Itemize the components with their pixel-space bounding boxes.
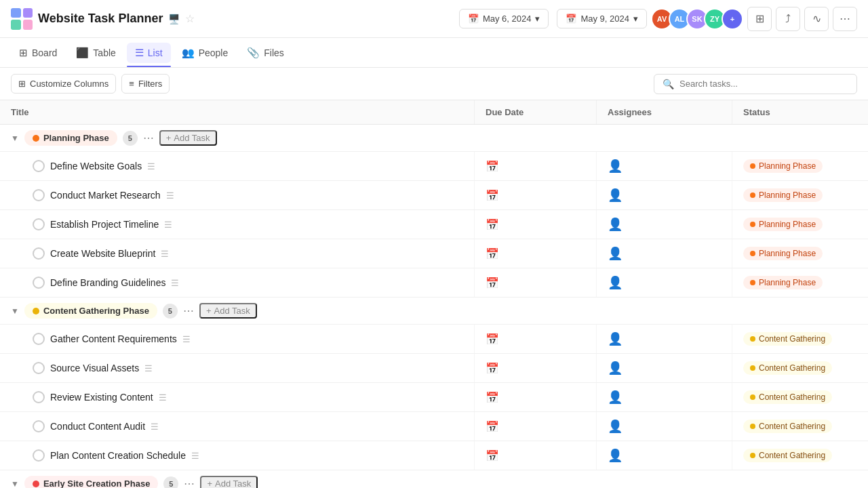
task-title-cell: Define Website Goals ☰ — [0, 152, 475, 180]
planning-more-button[interactable]: ⋯ — [143, 131, 154, 144]
add-task-label-planning: Add Task — [174, 133, 210, 143]
task-date-cell[interactable]: 📅 — [475, 354, 597, 382]
task-date-cell[interactable]: 📅 — [475, 383, 597, 411]
favorite-button[interactable]: ☆ — [185, 12, 195, 25]
customize-label: Customize Columns — [30, 79, 108, 89]
more-options-button[interactable]: ⋯ — [833, 7, 857, 31]
task-checkbox[interactable] — [33, 189, 45, 201]
task-assignee-cell[interactable]: 👤 — [597, 383, 732, 411]
task-assignee-cell[interactable]: 👤 — [597, 268, 732, 297]
tab-board[interactable]: ⊞ Board — [11, 43, 65, 63]
group-arrow-planning[interactable]: ▼ — [11, 134, 19, 143]
task-checkbox[interactable] — [33, 420, 45, 432]
task-date-cell[interactable]: 📅 — [475, 239, 597, 268]
task-date-cell[interactable]: 📅 — [475, 181, 597, 209]
status-badge: Planning Phase — [743, 188, 823, 202]
planning-add-task-button[interactable]: + Add Task — [159, 130, 217, 146]
content-add-task-button[interactable]: + Add Task — [199, 303, 257, 319]
task-status-cell[interactable]: Content Gathering — [732, 325, 868, 353]
assignee-icon: 👤 — [608, 448, 623, 463]
board-icon: ⊞ — [19, 47, 28, 59]
layout-button[interactable]: ⊞ — [747, 7, 772, 31]
task-date-cell[interactable]: 📅 — [475, 325, 597, 353]
search-input[interactable] — [679, 79, 848, 89]
task-doc-icon: ☰ — [151, 422, 159, 432]
search-box[interactable]: 🔍 — [654, 74, 857, 94]
group-content[interactable]: ▼ Content Gathering Phase 5 ⋯ + Add Task — [0, 298, 868, 325]
task-assignee-cell[interactable]: 👤 — [597, 152, 732, 180]
search-icon: 🔍 — [663, 79, 674, 89]
logo-sq2 — [23, 8, 33, 18]
task-checkbox[interactable] — [33, 218, 45, 230]
task-assignee-cell[interactable]: 👤 — [597, 412, 732, 441]
group-arrow-early[interactable]: ▼ — [11, 479, 19, 489]
task-checkbox[interactable] — [33, 277, 45, 289]
nav-tabs: ⊞ Board ⬛ Table ☰ List 👥 People 📎 Files — [0, 38, 868, 68]
task-row: Plan Content Creation Schedule ☰ 📅 👤 Con… — [0, 441, 868, 470]
task-status-cell[interactable]: Planning Phase — [732, 210, 868, 239]
task-checkbox[interactable] — [33, 391, 45, 403]
task-assignee-cell[interactable]: 👤 — [597, 325, 732, 353]
task-assignee-cell[interactable]: 👤 — [597, 239, 732, 268]
customize-columns-button[interactable]: ⊞ Customize Columns — [11, 74, 116, 94]
early-more-button[interactable]: ⋯ — [184, 477, 195, 488]
task-row: Define Branding Guidelines ☰ 📅 👤 Plannin… — [0, 268, 868, 298]
early-add-task-button[interactable]: + Add Task — [200, 476, 258, 488]
task-checkbox[interactable] — [33, 160, 45, 172]
task-doc-icon: ☰ — [182, 334, 191, 344]
col-due-date: Due Date — [475, 100, 597, 124]
assignee-icon: 👤 — [608, 361, 623, 375]
tab-table-label: Table — [93, 47, 115, 58]
task-assignee-cell[interactable]: 👤 — [597, 441, 732, 470]
task-status-cell[interactable]: Content Gathering — [732, 354, 868, 382]
avatar-more[interactable]: + — [722, 8, 743, 30]
tab-files[interactable]: 📎 Files — [239, 43, 292, 63]
assignee-icon: 👤 — [608, 275, 623, 290]
logo-sq4 — [23, 20, 33, 30]
task-status-cell[interactable]: Content Gathering — [732, 412, 868, 441]
task-name: Plan Content Creation Schedule — [50, 450, 186, 461]
task-checkbox[interactable] — [33, 449, 45, 462]
task-title-cell: Conduct Content Audit ☰ — [0, 412, 475, 441]
tab-people[interactable]: 👥 People — [174, 43, 237, 63]
calendar-icon: 📅 — [486, 277, 499, 289]
task-row: Establish Project Timeline ☰ 📅 👤 Plannin… — [0, 210, 868, 239]
content-more-button[interactable]: ⋯ — [183, 304, 194, 317]
task-row: Review Existing Content ☰ 📅 👤 Content Ga… — [0, 383, 868, 412]
filters-button[interactable]: ≡ Filters — [121, 74, 170, 94]
task-status-cell[interactable]: Planning Phase — [732, 152, 868, 180]
tab-list[interactable]: ☰ List — [127, 43, 171, 63]
task-status-cell[interactable]: Content Gathering — [732, 441, 868, 470]
date-start-picker[interactable]: 📅 May 6, 2024 ▾ — [459, 9, 549, 28]
task-title-cell: Review Existing Content ☰ — [0, 383, 475, 411]
task-date-cell[interactable]: 📅 — [475, 268, 597, 297]
table-icon: ⬛ — [76, 47, 89, 59]
task-checkbox[interactable] — [33, 362, 45, 374]
task-date-cell[interactable]: 📅 — [475, 441, 597, 470]
date-end-picker[interactable]: 📅 May 9, 2024 ▾ — [557, 9, 647, 28]
group-arrow-content[interactable]: ▼ — [11, 306, 19, 316]
task-doc-icon: ☰ — [171, 278, 179, 288]
task-date-cell[interactable]: 📅 — [475, 152, 597, 180]
task-assignee-cell[interactable]: 👤 — [597, 354, 732, 382]
tab-table[interactable]: ⬛ Table — [68, 43, 123, 63]
group-early[interactable]: ▼ Early Site Creation Phase 5 ⋯ + Add Ta… — [0, 470, 868, 488]
status-label: Planning Phase — [759, 220, 816, 229]
task-status-cell[interactable]: Planning Phase — [732, 181, 868, 209]
share-button[interactable]: ⤴ — [776, 7, 800, 31]
task-status-cell[interactable]: Planning Phase — [732, 239, 868, 268]
activity-button[interactable]: ∿ — [804, 7, 829, 31]
task-checkbox[interactable] — [33, 333, 45, 345]
task-status-cell[interactable]: Planning Phase — [732, 268, 868, 297]
task-name: Establish Project Timeline — [50, 219, 159, 230]
group-planning[interactable]: ▼ Planning Phase 5 ⋯ + Add Task — [0, 125, 868, 152]
status-label: Planning Phase — [759, 249, 816, 258]
col-title: Title — [0, 100, 475, 124]
task-assignee-cell[interactable]: 👤 — [597, 210, 732, 239]
task-date-cell[interactable]: 📅 — [475, 412, 597, 441]
task-checkbox[interactable] — [33, 247, 45, 260]
task-date-cell[interactable]: 📅 — [475, 210, 597, 239]
task-assignee-cell[interactable]: 👤 — [597, 181, 732, 209]
task-row: Define Website Goals ☰ 📅 👤 Planning Phas… — [0, 152, 868, 181]
task-status-cell[interactable]: Content Gathering — [732, 383, 868, 411]
